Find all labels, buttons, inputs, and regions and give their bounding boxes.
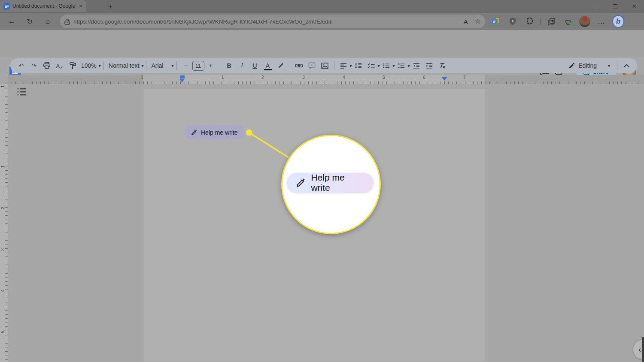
ruler-label: 1 xyxy=(222,75,224,80)
help-me-write-label: Help me write xyxy=(311,172,365,193)
chevron-down-icon: ▾ xyxy=(350,63,352,68)
insert-link-button[interactable] xyxy=(294,60,305,71)
close-window-button[interactable]: × xyxy=(625,0,644,13)
numbered-list-icon xyxy=(398,63,405,69)
clear-formatting-button[interactable] xyxy=(437,60,448,71)
first-line-indent-marker[interactable] xyxy=(180,75,185,78)
ruler-label: 5 xyxy=(0,331,5,333)
back-button[interactable]: ← xyxy=(5,15,18,28)
chevron-down-icon: ▾ xyxy=(378,63,380,68)
bold-button[interactable]: B xyxy=(224,60,235,71)
favorite-icon[interactable]: ☆ xyxy=(475,18,481,25)
vertical-ruler[interactable]: 1 1 2 3 4 5 xyxy=(0,84,8,362)
ruler-label: 5 xyxy=(383,75,385,80)
restore-button[interactable] xyxy=(605,0,625,13)
docs-header: Untitled document ☆ File Edit View Inser… xyxy=(0,30,644,57)
screen: Untitled document - Google Doc × + — × ←… xyxy=(0,0,644,362)
url-field[interactable]: https://docs.google.com/document/d/1nNGX… xyxy=(60,15,485,28)
chevron-up-icon xyxy=(624,64,629,67)
paragraph-style-select[interactable]: Normal text xyxy=(107,60,141,71)
editing-mode-select[interactable]: Editing xyxy=(568,60,597,71)
print-button[interactable] xyxy=(41,60,52,71)
chevron-down-icon: ▾ xyxy=(141,63,143,68)
document-outline-button[interactable] xyxy=(17,87,27,96)
insert-image-button[interactable] xyxy=(319,60,331,71)
shield-icon[interactable] xyxy=(507,15,519,27)
ruler-label: 1 xyxy=(141,75,143,80)
checklist-icon xyxy=(368,63,375,69)
undo-button[interactable]: ↶ xyxy=(15,60,27,71)
browser-tab[interactable]: Untitled document - Google Doc × xyxy=(0,0,86,12)
spellcheck-button[interactable]: A✓ xyxy=(54,60,65,71)
settings-more-icon[interactable]: … xyxy=(595,15,608,27)
ruler-label: 6 xyxy=(423,75,425,80)
window-controls: — × xyxy=(586,0,644,13)
increase-indent-button[interactable] xyxy=(424,60,435,71)
bulleted-list-button[interactable] xyxy=(381,60,392,71)
decrease-indent-button[interactable] xyxy=(411,60,422,71)
checklist-button[interactable] xyxy=(366,60,377,71)
help-me-write-button-zoomed[interactable]: Help me write xyxy=(287,173,374,193)
avatar xyxy=(579,16,590,27)
hide-menus-button[interactable] xyxy=(621,60,632,71)
ruler-label: 2 xyxy=(261,75,264,80)
chevron-down-icon: ▾ xyxy=(99,63,101,68)
help-me-write-button[interactable]: Help me write xyxy=(185,125,245,139)
refresh-button[interactable]: ↻ xyxy=(23,15,36,28)
font-size-input[interactable]: 11 xyxy=(192,61,204,71)
right-indent-marker[interactable] xyxy=(442,77,447,81)
font-select[interactable]: Arial xyxy=(150,60,164,71)
read-aloud-icon[interactable]: A xyxy=(464,18,468,25)
text-color-button[interactable]: A xyxy=(262,60,273,71)
line-spacing-button[interactable] xyxy=(353,60,364,71)
home-button[interactable]: ⌂ xyxy=(41,15,54,28)
browser-profile-avatar[interactable] xyxy=(579,15,591,27)
decrease-indent-icon xyxy=(413,63,420,69)
redo-button[interactable]: ↷ xyxy=(28,60,39,71)
side-panel-edge xyxy=(642,337,644,362)
restore-icon xyxy=(613,4,617,9)
zoom-select[interactable]: 100% xyxy=(80,60,98,71)
tab-title: Untitled document - Google Doc xyxy=(12,3,76,9)
bing-icon: b xyxy=(612,15,624,28)
add-comment-icon xyxy=(308,62,316,69)
url-text: https://docs.google.com/document/d/1nNGX… xyxy=(73,18,464,25)
help-me-write-label: Help me write xyxy=(201,129,238,136)
extensions-puzzle-icon[interactable] xyxy=(523,15,535,27)
paint-roller-icon xyxy=(69,62,76,69)
numbered-list-button[interactable] xyxy=(396,60,407,71)
new-tab-button[interactable]: + xyxy=(108,3,112,10)
increase-indent-icon xyxy=(426,63,433,69)
increase-font-size-button[interactable]: + xyxy=(205,60,216,71)
left-indent-marker[interactable] xyxy=(179,79,185,82)
minimize-button[interactable]: — xyxy=(586,0,605,13)
spellcheck-icon: A xyxy=(56,63,60,69)
paint-format-button[interactable] xyxy=(67,60,78,71)
mode-label: Editing xyxy=(578,62,597,69)
bing-chat-button[interactable]: b xyxy=(612,15,624,27)
chevron-down-icon: ▾ xyxy=(171,63,173,68)
decrease-font-size-button[interactable]: − xyxy=(180,60,191,71)
align-left-icon xyxy=(340,63,347,69)
add-comment-button[interactable] xyxy=(307,60,318,71)
highlight-color-button[interactable] xyxy=(275,60,286,71)
print-icon xyxy=(43,62,51,69)
ruler-label: 4 xyxy=(0,290,5,292)
ruler-label: 2 xyxy=(0,207,5,209)
clear-formatting-icon xyxy=(439,63,446,69)
chevron-down-icon: ▾ xyxy=(608,63,610,68)
horizontal-ruler[interactable]: 1 1 2 3 4 5 6 7 xyxy=(8,75,644,84)
collections-icon[interactable] xyxy=(545,15,557,27)
tab-close-icon[interactable]: × xyxy=(79,3,82,9)
image-icon xyxy=(321,63,328,69)
docs-extension-icon[interactable] xyxy=(490,15,502,27)
pencil-icon xyxy=(568,63,575,69)
underline-button[interactable]: U xyxy=(249,60,261,71)
align-button[interactable] xyxy=(338,60,349,71)
ruler-label: 1 xyxy=(0,85,5,88)
bulleted-list-icon xyxy=(383,63,390,69)
browser-essentials-icon[interactable] xyxy=(562,15,574,27)
browser-addressbar: ← ↻ ⌂ https://docs.google.com/document/d… xyxy=(0,13,644,30)
ruler-label: 7 xyxy=(463,75,466,80)
italic-button[interactable]: I xyxy=(237,60,248,71)
